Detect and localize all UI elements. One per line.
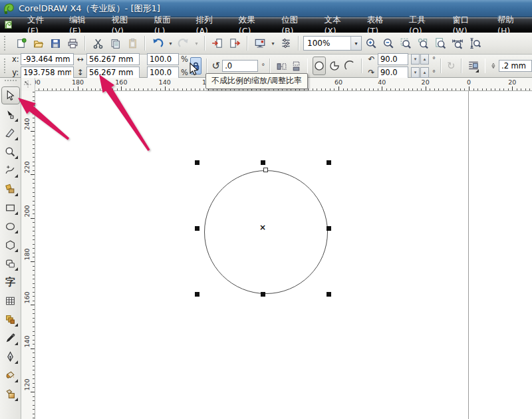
ruler-label: 140 bbox=[23, 338, 31, 347]
selection-handle[interactable] bbox=[195, 160, 200, 165]
undo-dropdown[interactable]: ▾ bbox=[167, 35, 174, 51]
selection-handle[interactable] bbox=[195, 226, 200, 231]
circle-node[interactable] bbox=[263, 168, 268, 172]
zoom-to-page-button[interactable] bbox=[432, 35, 448, 51]
menu-item[interactable]: 工具(O) bbox=[400, 13, 444, 38]
zoom-level-combo[interactable]: ▾ bbox=[303, 36, 362, 51]
crop-tool[interactable] bbox=[2, 125, 19, 142]
scale-v-field[interactable] bbox=[147, 67, 179, 78]
zoom-to-page-width-button[interactable] bbox=[450, 35, 466, 51]
menu-item[interactable]: 视图(V) bbox=[103, 13, 146, 38]
menu-item[interactable]: 文件(F) bbox=[19, 13, 61, 38]
mirror-vertical-button[interactable] bbox=[290, 58, 303, 74]
menu-item[interactable]: 位图(B) bbox=[273, 13, 315, 38]
selected-circle-object[interactable] bbox=[204, 170, 328, 294]
copy-button[interactable] bbox=[107, 35, 123, 51]
ruler-origin-button[interactable] bbox=[21, 78, 35, 92]
import-button[interactable] bbox=[209, 35, 225, 51]
basic-shapes-tool[interactable] bbox=[2, 255, 19, 272]
save-button[interactable] bbox=[47, 35, 63, 51]
ruler-tick bbox=[529, 88, 530, 90]
start-angle-spin-up[interactable]: ▴ bbox=[420, 54, 429, 65]
object-width-field[interactable] bbox=[86, 53, 140, 65]
freehand-tool[interactable] bbox=[2, 162, 19, 179]
selection-handle[interactable] bbox=[195, 292, 200, 297]
zoom-level-input[interactable] bbox=[304, 39, 350, 48]
zoom-out-button[interactable] bbox=[380, 35, 396, 51]
menu-item[interactable]: 排列(A) bbox=[188, 13, 230, 38]
ellipse-mode-button[interactable] bbox=[313, 57, 326, 75]
selection-handle[interactable] bbox=[261, 292, 265, 297]
toolbar-grip[interactable] bbox=[4, 36, 9, 51]
end-angle-field[interactable] bbox=[378, 67, 408, 78]
x-position-field[interactable] bbox=[21, 53, 74, 65]
selection-handle[interactable] bbox=[327, 292, 331, 297]
ruler-tick bbox=[61, 88, 61, 90]
pick-tool[interactable] bbox=[1, 86, 20, 104]
ruler-tick bbox=[31, 261, 35, 262]
property-bar-grip[interactable] bbox=[4, 59, 7, 73]
start-angle-field[interactable] bbox=[378, 53, 408, 65]
smart-fill-tool[interactable] bbox=[2, 181, 19, 198]
menu-item[interactable]: 编辑(E) bbox=[61, 13, 103, 38]
polygon-tool[interactable] bbox=[2, 237, 19, 253]
selection-handle[interactable] bbox=[261, 160, 265, 165]
menu-item[interactable]: 窗口(W) bbox=[444, 13, 489, 38]
table-tool[interactable] bbox=[2, 293, 19, 309]
rectangle-tool[interactable] bbox=[2, 200, 19, 216]
object-height-field[interactable] bbox=[86, 67, 140, 78]
menu-item[interactable]: 版面(L) bbox=[146, 13, 188, 38]
cut-button[interactable] bbox=[90, 35, 106, 51]
new-document-button[interactable] bbox=[13, 35, 29, 51]
ruler-tick bbox=[33, 387, 35, 388]
text-tool[interactable]: 字 bbox=[2, 274, 19, 291]
fill-tool[interactable] bbox=[2, 367, 19, 384]
outline-pen-tool[interactable] bbox=[2, 349, 19, 365]
selection-handle[interactable] bbox=[327, 226, 331, 231]
ellipse-tool[interactable] bbox=[2, 218, 19, 235]
arc-angles-group: ↶ ▾▴ ° ↷ ▾▴ ° bbox=[367, 53, 436, 78]
wrap-paragraph-text-button[interactable] bbox=[467, 58, 480, 74]
ruler-origin-icon bbox=[23, 80, 33, 89]
application-launcher-button[interactable] bbox=[252, 35, 268, 51]
welcome-screen-button[interactable] bbox=[278, 35, 294, 51]
pie-mode-button[interactable] bbox=[328, 58, 341, 74]
interactive-fill-tool[interactable] bbox=[2, 386, 19, 402]
menu-item[interactable]: 效果(C) bbox=[230, 13, 273, 38]
redo-dropdown[interactable]: ▾ bbox=[193, 35, 200, 51]
eyedropper-tool[interactable] bbox=[2, 330, 19, 347]
drawing-canvas[interactable]: × bbox=[35, 91, 532, 419]
arc-mode-button[interactable] bbox=[343, 58, 356, 74]
y-position-field[interactable] bbox=[21, 67, 74, 78]
ruler-tick bbox=[33, 205, 35, 206]
paste-button[interactable] bbox=[124, 35, 140, 51]
end-angle-spin-down[interactable]: ▾ bbox=[411, 67, 420, 78]
scale-h-field[interactable] bbox=[147, 53, 179, 65]
outline-width-field[interactable] bbox=[499, 60, 532, 72]
toolbox-grip[interactable] bbox=[5, 80, 17, 84]
rotation-angle-field[interactable] bbox=[222, 60, 258, 72]
undo-button[interactable] bbox=[150, 35, 166, 51]
blend-tool[interactable] bbox=[2, 311, 19, 328]
open-button[interactable] bbox=[30, 35, 46, 51]
end-angle-spin-up[interactable]: ▴ bbox=[420, 67, 429, 78]
menu-item[interactable]: 文本(X) bbox=[315, 13, 358, 38]
launcher-dropdown[interactable]: ▾ bbox=[269, 35, 277, 51]
lock-ratio-button[interactable] bbox=[190, 57, 201, 74]
zoom-to-all-objects-button[interactable] bbox=[415, 35, 431, 51]
zoom-combo-dropdown[interactable]: ▾ bbox=[350, 37, 361, 50]
menu-item[interactable]: 表格(T) bbox=[358, 13, 400, 38]
mirror-horizontal-button[interactable] bbox=[275, 58, 288, 74]
redo-button[interactable] bbox=[176, 35, 192, 51]
zoom-to-page-height-button[interactable] bbox=[467, 35, 483, 51]
menu-item[interactable]: 帮助(H) bbox=[489, 13, 532, 38]
print-button[interactable] bbox=[65, 35, 80, 51]
start-angle-spin-down[interactable]: ▾ bbox=[411, 54, 420, 65]
export-button[interactable] bbox=[227, 35, 243, 51]
zoom-tool[interactable] bbox=[2, 144, 19, 160]
shape-tool[interactable] bbox=[2, 106, 19, 123]
zoom-in-button[interactable] bbox=[363, 35, 379, 51]
selection-handle[interactable] bbox=[327, 160, 331, 165]
zoom-to-selection-button[interactable] bbox=[398, 35, 414, 51]
arc-direction-button[interactable]: ↻ bbox=[446, 58, 456, 74]
